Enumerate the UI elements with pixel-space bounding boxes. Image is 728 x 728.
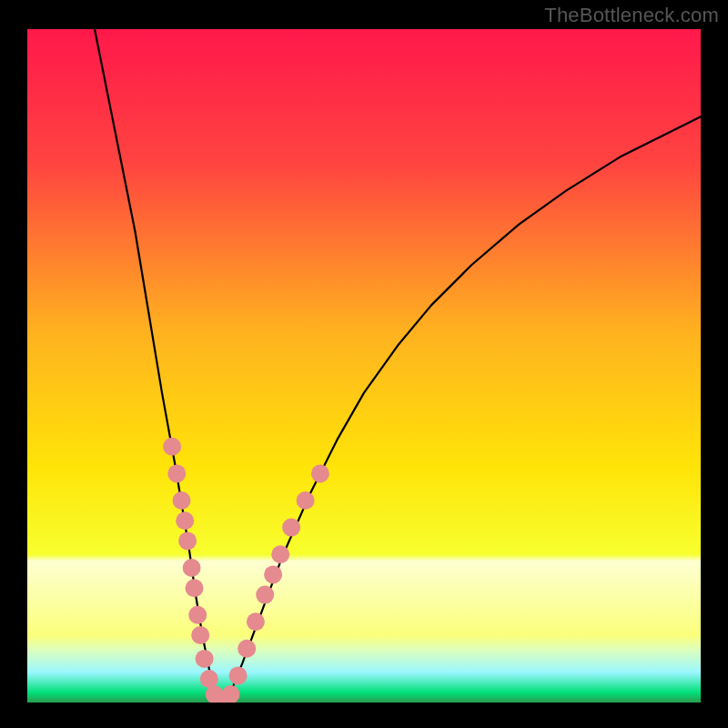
curve-marker (178, 531, 197, 550)
gradient-background (27, 29, 701, 703)
curve-marker (196, 650, 214, 668)
curve-marker (188, 606, 207, 624)
curve-marker (247, 612, 265, 631)
curve-marker (271, 545, 289, 563)
curve-marker (229, 666, 248, 684)
bottleneck-chart (0, 0, 728, 728)
curve-marker (256, 586, 274, 604)
curve-marker (191, 626, 209, 644)
curve-marker (167, 464, 186, 482)
curve-marker (173, 491, 191, 510)
curve-marker (297, 491, 315, 510)
curve-marker (282, 519, 300, 537)
curve-marker (163, 438, 181, 456)
chart-stage: TheBottleneck.com (0, 0, 728, 728)
curve-marker (186, 579, 204, 597)
curve-marker (222, 685, 240, 703)
curve-marker (200, 670, 218, 688)
watermark-label: TheBottleneck.com (544, 4, 719, 27)
curve-marker (264, 565, 282, 583)
curve-marker (183, 559, 201, 577)
curve-marker (238, 640, 256, 658)
curve-marker (176, 511, 194, 530)
curve-marker (311, 464, 329, 482)
